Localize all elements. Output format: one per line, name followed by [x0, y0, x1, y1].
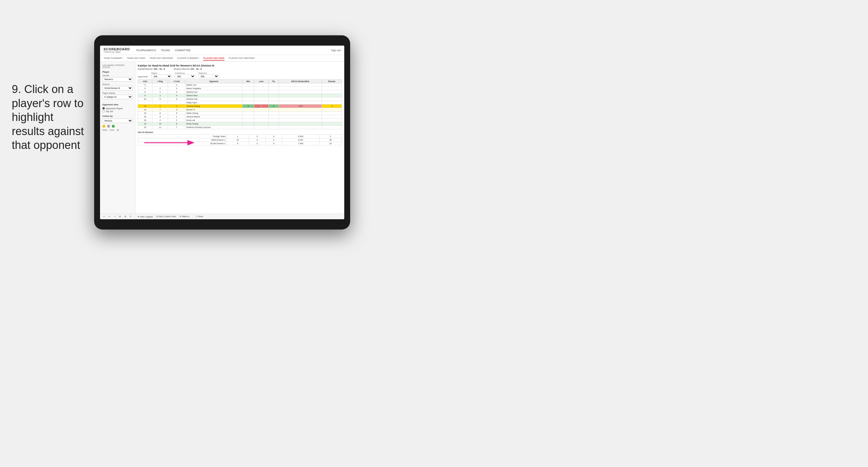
nav-bar: SCOREBOARD Powered by clippd TOURNAMENTS…: [100, 45, 344, 55]
last-updated: Last Updated: 27/03/2024 16:55:28: [102, 64, 133, 68]
gender-select[interactable]: Women's: [102, 77, 133, 82]
share-button[interactable]: ⬡ Share: [194, 215, 204, 218]
nav-links: TOURNAMENTS TEAMS COMMITTEE: [136, 48, 325, 52]
conference-select[interactable]: (All): [175, 74, 195, 78]
division-select[interactable]: NCAA Division III: [102, 86, 133, 90]
nav-teams[interactable]: TEAMS: [161, 48, 170, 52]
colour-by-label: Colour by: [102, 115, 133, 117]
region-filter: Region (All): [151, 72, 172, 78]
sign-out-button[interactable]: Sign out: [331, 49, 341, 52]
table-row[interactable]: 522Alexis Sudjianto: [138, 87, 342, 90]
nav-tournaments[interactable]: TOURNAMENTS: [136, 48, 156, 52]
history-button[interactable]: ⤶: [113, 215, 117, 218]
logo-subtitle: Powered by clippd: [103, 51, 130, 53]
table-row[interactable]: 1691Jessica Mason: [138, 115, 342, 119]
table-row[interactable]: NCAA Division 25007.40010: [138, 142, 342, 145]
h2h-grid-table: # Div # Reg # Conf Opponent Win Loss Tie…: [138, 80, 342, 129]
legend-dots: [102, 125, 133, 128]
col-loss: Loss: [254, 80, 268, 83]
conference-label: Conference: [175, 72, 195, 74]
table-row[interactable]: 914Sharon Mun: [138, 94, 342, 97]
radio-dot-top100: [102, 110, 105, 113]
opponent-label: Opponent: [198, 72, 219, 74]
col-rounds: Rounds: [322, 80, 342, 83]
tab-player-summary[interactable]: PLAYER SUMMARY: [178, 56, 199, 61]
region-label: Region: [151, 72, 172, 74]
division-record: Division Record: 331 - 34 - 6: [174, 68, 202, 70]
colour-by-select[interactable]: Win/loss: [102, 119, 133, 123]
save-custom-button[interactable]: ⊟ Save Custom View: [155, 215, 177, 218]
zoom-out-button[interactable]: ⊟: [124, 215, 127, 218]
division-label: Division: [102, 83, 133, 85]
filter-row: Opponents: Region (All) Conference (All): [138, 72, 342, 78]
legend-down-label: Down: [102, 129, 107, 131]
legend-level-dot: [107, 125, 110, 128]
annotation-block: 9. Click on a player's row to highlight …: [12, 83, 88, 152]
table-row[interactable]: 1063Andrea York: [138, 97, 342, 101]
main-content: Last Updated: 27/03/2024 16:55:28 Player…: [100, 62, 344, 214]
player-rank-label: Player (Rank): [102, 92, 133, 94]
tab-team-summary[interactable]: TEAM SUMMARY: [103, 56, 123, 61]
sub-nav: TEAM SUMMARY TEAM H2H GRID TEAM H2H HEAT…: [100, 55, 344, 62]
col-div: # Div: [138, 80, 152, 83]
opponent-select[interactable]: (All): [198, 74, 219, 78]
overall-record: Overall Record: 353 - 34 - 6: [138, 68, 165, 70]
table-row[interactable]: 1822Euna Lee: [138, 119, 342, 122]
table-row[interactable]: 1474Eunice Yi: [138, 108, 342, 112]
left-panel: Last Updated: 27/03/2024 16:55:28 Player…: [100, 62, 135, 214]
table-row[interactable]: 1311Jessica Huang010-3.002: [138, 104, 342, 108]
legend-level-label: Level: [110, 129, 115, 131]
undo-button[interactable]: ↩: [102, 215, 106, 218]
col-opponent: Opponent: [185, 80, 242, 83]
nav-committee[interactable]: COMMITTEE: [175, 48, 191, 52]
player-section-title: Player: [102, 71, 133, 73]
table-row[interactable]: Foreign Team1004.5002: [138, 135, 342, 138]
conference-filter: Conference (All): [175, 72, 195, 78]
opponent-view-label: Opponent view: [102, 103, 133, 106]
legend-up-dot: [112, 125, 115, 128]
region-select[interactable]: (All): [151, 74, 172, 78]
table-row[interactable]: 613Sydney Kuo: [138, 90, 342, 94]
logo-title: SCOREBOARD: [103, 48, 130, 51]
table-row[interactable]: 1585Stella Cheng: [138, 112, 342, 115]
radio-top100[interactable]: Top 100: [102, 110, 133, 113]
table-row[interactable]: 31Esther Lee: [138, 83, 342, 87]
col-tie: Tie: [268, 80, 279, 83]
annotation-text: 9. Click on a player's row to highlight …: [12, 83, 88, 152]
table-row[interactable]: Haejo Hyun: [138, 101, 342, 104]
tab-player-h2h-grid[interactable]: PLAYER H2H GRID: [203, 56, 224, 61]
toolbar: ↩ ↪ ⤶ ⊞ ⊟ ↻ | 👁 View: Original ⊟ Save Cu…: [100, 214, 344, 219]
table-row[interactable]: 20117Federica Domecq Lacroze: [138, 126, 342, 129]
legend-down-dot: [102, 125, 105, 128]
tab-team-h2h-grid[interactable]: TEAM H2H GRID: [127, 56, 145, 61]
col-diff: Diff Av Strokes/Rnd: [279, 80, 321, 83]
col-win: Win: [242, 80, 254, 83]
tab-team-h2h-heatmap[interactable]: TEAM H2H HEATMAP: [150, 56, 173, 61]
out-of-division-table: Foreign Team1004.5002NAIA Division 11500…: [138, 134, 342, 145]
view-original-button[interactable]: 👁 View: Original: [136, 215, 154, 218]
tab-player-h2h-heatmap[interactable]: PLAYER H2H HEATMAP: [228, 56, 255, 61]
out-of-division-label: Out of division: [138, 131, 342, 133]
refresh-button[interactable]: ↻: [129, 215, 132, 218]
grid-title: Katelyn Vo Head-to-Head Grid for Women's…: [138, 64, 342, 67]
zoom-in-button[interactable]: ⊞: [118, 215, 122, 218]
table-row[interactable]: 19106Emily Chang: [138, 122, 342, 126]
redo-button[interactable]: ↪: [108, 215, 111, 218]
tablet-frame: SCOREBOARD Powered by clippd TOURNAMENTS…: [94, 35, 350, 229]
opponents-label: Opponents:: [138, 75, 148, 78]
tablet-screen: SCOREBOARD Powered by clippd TOURNAMENTS…: [100, 45, 344, 219]
col-reg: # Reg: [152, 80, 168, 83]
player-rank-select[interactable]: 8. Katelyn Vo: [102, 95, 133, 99]
radio-dot-opponents: [102, 107, 105, 110]
logo: SCOREBOARD Powered by clippd: [103, 48, 130, 53]
opponent-filter: Opponent (All): [198, 72, 219, 78]
col-conf: # Conf: [168, 80, 185, 83]
right-panel: Katelyn Vo Head-to-Head Grid for Women's…: [135, 62, 344, 214]
legend-up-label: Up: [117, 129, 119, 131]
legend-labels: Down Level Up: [102, 129, 133, 131]
records-row: Overall Record: 353 - 34 - 6 Division Re…: [138, 68, 342, 70]
radio-opponents-played[interactable]: Opponents Played: [102, 107, 133, 110]
table-row[interactable]: NAIA Division 115009.26730: [138, 138, 342, 142]
watch-button[interactable]: 👁 Watch ▾: [179, 215, 190, 218]
gender-label: Gender: [102, 74, 133, 76]
